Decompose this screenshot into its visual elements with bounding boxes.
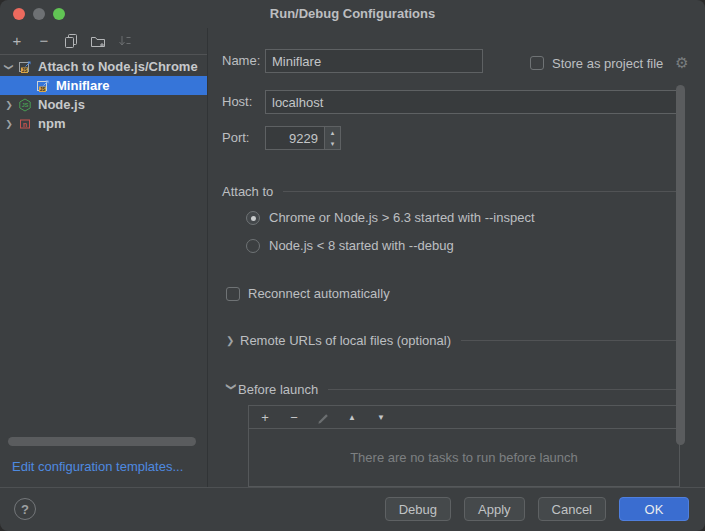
section-divider xyxy=(328,389,680,390)
close-window-button[interactable] xyxy=(13,8,25,20)
tree-item-label: Attach to Node.js/Chrome xyxy=(38,59,198,74)
remove-task-icon[interactable]: − xyxy=(287,410,301,424)
chevron-expanded-icon: ❯ xyxy=(4,58,14,76)
attach-nodejs-icon: JS xyxy=(18,60,34,74)
add-configuration-icon[interactable]: + xyxy=(9,33,25,49)
host-input[interactable] xyxy=(265,90,677,114)
configuration-form: Name: Store as project file ⚙ Host: Port… xyxy=(209,28,705,487)
attach-nodejs-icon: JS xyxy=(36,79,52,93)
edit-task-icon[interactable] xyxy=(316,410,330,424)
debug-button[interactable]: Debug xyxy=(385,497,451,521)
traffic-lights xyxy=(13,8,65,20)
tree-item-label: npm xyxy=(38,116,65,131)
titlebar: Run/Debug Configurations xyxy=(0,0,705,28)
section-divider xyxy=(283,191,680,192)
tree-item-npm[interactable]: ❯ n npm xyxy=(0,114,207,133)
port-stepper: ▴ ▾ xyxy=(324,126,341,150)
svg-text:n: n xyxy=(23,120,27,127)
configuration-tree: ❯ JS Attach to Node.js/Chrome xyxy=(0,57,207,133)
port-input[interactable] xyxy=(265,126,325,150)
zoom-window-button[interactable] xyxy=(53,8,65,20)
ok-button[interactable]: OK xyxy=(619,497,689,521)
before-launch-panel: + − ▲ ▼ There are no tasks to run before… xyxy=(248,405,680,487)
tree-item-label: Node.js xyxy=(38,97,85,112)
name-input[interactable] xyxy=(265,49,483,73)
sidebar-toolbar: + − xyxy=(0,28,207,55)
nodejs-icon: JS xyxy=(18,98,34,112)
reconnect-automatically-label: Reconnect automatically xyxy=(248,286,390,301)
before-launch-section-label[interactable]: Before launch xyxy=(238,382,318,397)
cancel-button[interactable]: Cancel xyxy=(538,497,606,521)
before-launch-toolbar: + − ▲ ▼ xyxy=(249,406,679,429)
form-vertical-scrollbar[interactable] xyxy=(676,85,685,445)
name-label: Name: xyxy=(222,49,260,73)
store-as-project-file-checkbox[interactable] xyxy=(530,56,544,70)
configurations-sidebar: + − ❯ xyxy=(0,28,208,487)
tree-item-attach-to-nodejs-chrome[interactable]: ❯ JS Attach to Node.js/Chrome xyxy=(0,57,207,76)
add-task-icon[interactable]: + xyxy=(258,410,272,424)
radio-chrome-or-nodejs-inspect[interactable] xyxy=(246,211,260,225)
tree-item-label: Miniflare xyxy=(56,78,109,93)
svg-text:JS: JS xyxy=(22,102,29,108)
svg-text:JS: JS xyxy=(40,87,46,92)
sidebar-horizontal-scrollbar[interactable] xyxy=(8,437,196,446)
before-launch-empty-text: There are no tasks to run before launch xyxy=(249,429,679,486)
help-icon[interactable]: ? xyxy=(14,498,36,520)
radio-label: Node.js < 8 started with --debug xyxy=(269,238,454,253)
radio-label: Chrome or Node.js > 6.3 started with --i… xyxy=(269,210,535,225)
move-task-down-icon[interactable]: ▼ xyxy=(374,410,388,424)
chevron-collapsed-icon[interactable]: ❯ xyxy=(226,335,240,346)
window-title: Run/Debug Configurations xyxy=(0,0,705,28)
npm-icon: n xyxy=(18,117,34,131)
port-decrement-button[interactable]: ▾ xyxy=(325,138,340,149)
gear-icon[interactable]: ⚙ xyxy=(675,54,688,72)
copy-configuration-icon[interactable] xyxy=(63,33,79,49)
run-debug-configurations-dialog: Run/Debug Configurations + − xyxy=(0,0,705,531)
sort-configurations-icon[interactable] xyxy=(117,33,133,49)
remove-configuration-icon[interactable]: − xyxy=(36,33,52,49)
port-label: Port: xyxy=(222,126,249,150)
port-increment-button[interactable]: ▴ xyxy=(325,127,340,138)
apply-button[interactable]: Apply xyxy=(464,497,525,521)
section-divider xyxy=(461,340,680,341)
chevron-expanded-icon[interactable]: ❯ xyxy=(226,383,237,397)
remote-urls-section-label[interactable]: Remote URLs of local files (optional) xyxy=(240,333,451,348)
radio-nodejs-debug[interactable] xyxy=(246,239,260,253)
svg-text:JS: JS xyxy=(22,68,28,73)
chevron-collapsed-icon: ❯ xyxy=(0,119,18,129)
move-task-up-icon[interactable]: ▲ xyxy=(345,410,359,424)
edit-configuration-templates-link[interactable]: Edit configuration templates... xyxy=(12,459,183,474)
dialog-footer: ? Debug Apply Cancel OK xyxy=(0,487,705,531)
attach-to-section-label: Attach to xyxy=(222,184,273,199)
new-folder-icon[interactable] xyxy=(90,33,106,49)
minimize-window-button xyxy=(33,8,45,20)
tree-item-miniflare-selected[interactable]: JS Miniflare xyxy=(0,76,207,95)
store-as-project-file-label: Store as project file xyxy=(552,56,663,71)
chevron-collapsed-icon: ❯ xyxy=(0,100,18,110)
reconnect-automatically-checkbox[interactable] xyxy=(226,287,240,301)
footer-buttons: Debug Apply Cancel OK xyxy=(385,497,689,521)
host-label: Host: xyxy=(222,90,252,114)
tree-item-nodejs[interactable]: ❯ JS Node.js xyxy=(0,95,207,114)
